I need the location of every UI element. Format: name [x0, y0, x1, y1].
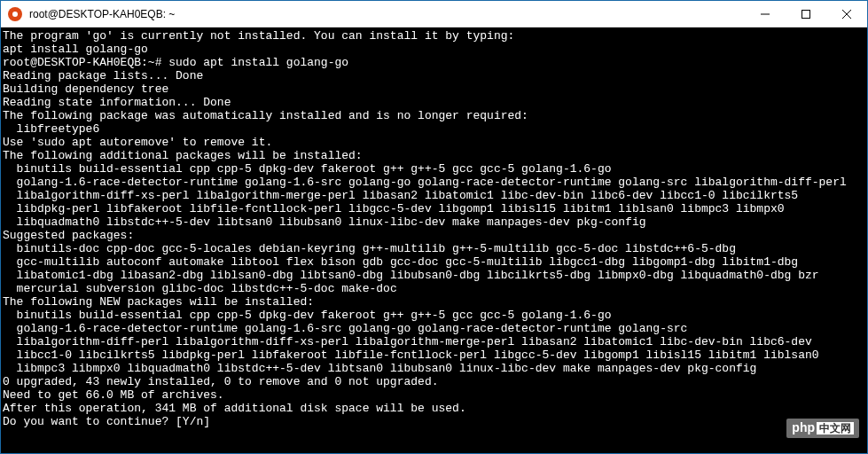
- window-title: root@DESKTOP-KAH0EQB: ~: [29, 8, 745, 20]
- maximize-icon: [802, 10, 810, 19]
- terminal-line: binutils build-essential cpp cpp-5 dpkg-…: [3, 162, 865, 176]
- terminal-line: golang-1.6-race-detector-runtime golang-…: [3, 176, 865, 189]
- terminal-line: mercurial subversion glibc-doc libstdc++…: [3, 282, 865, 295]
- terminal-line: Do you want to continue? [Y/n]: [3, 415, 865, 428]
- terminal-line: libalgorithm-diff-xs-perl libalgorithm-m…: [3, 189, 865, 202]
- terminal-line: After this operation, 341 MB of addition…: [3, 402, 865, 415]
- ubuntu-icon: [8, 7, 22, 21]
- terminal-line: libatomic1-dbg libasan2-dbg liblsan0-dbg…: [3, 269, 865, 282]
- terminal-line: gcc-multilib autoconf automake libtool f…: [3, 255, 865, 269]
- window-controls: [745, 1, 867, 27]
- terminal-line: Reading state information... Done: [3, 96, 865, 109]
- terminal-line: The following NEW packages will be insta…: [3, 295, 865, 309]
- minimize-button[interactable]: [745, 1, 786, 27]
- terminal-line: libmpc3 libmpx0 libquadmath0 libstdc++-5…: [3, 362, 865, 375]
- terminal-line: libalgorithm-diff-perl libalgorithm-diff…: [3, 335, 865, 348]
- close-icon: [842, 10, 851, 19]
- watermark: php中文网: [786, 419, 859, 438]
- terminal-line: root@DESKTOP-KAH0EQB:~# sudo apt install…: [3, 56, 865, 69]
- watermark-cn: 中文网: [817, 422, 854, 434]
- titlebar: root@DESKTOP-KAH0EQB: ~: [1, 1, 867, 27]
- watermark-php: php: [792, 420, 815, 434]
- terminal-line: libquadmath0 libstdc++-5-dev libtsan0 li…: [3, 215, 865, 229]
- terminal-output[interactable]: The program 'go' is currently not instal…: [1, 27, 867, 453]
- terminal-window: root@DESKTOP-KAH0EQB: ~ The program 'go'…: [0, 0, 868, 454]
- terminal-line: libcc1-0 libcilkrts5 libdpkg-perl libfak…: [3, 348, 865, 362]
- minimize-icon: [761, 10, 770, 19]
- terminal-line: golang-1.6-race-detector-runtime golang-…: [3, 322, 865, 335]
- maximize-button[interactable]: [786, 1, 826, 27]
- terminal-line: binutils-doc cpp-doc gcc-5-locales debia…: [3, 242, 865, 255]
- terminal-line: libdpkg-perl libfakeroot libfile-fcntllo…: [3, 202, 865, 215]
- terminal-line: Suggested packages:: [3, 229, 865, 242]
- terminal-line: The following additional packages will b…: [3, 149, 865, 162]
- terminal-line: The program 'go' is currently not instal…: [3, 29, 865, 43]
- terminal-line: 0 upgraded, 43 newly installed, 0 to rem…: [3, 375, 865, 388]
- svg-rect-1: [802, 10, 810, 18]
- terminal-line: The following package was automatically …: [3, 109, 865, 122]
- terminal-line: Building dependency tree: [3, 82, 865, 96]
- terminal-line: Use 'sudo apt autoremove' to remove it.: [3, 136, 865, 149]
- terminal-line: binutils build-essential cpp cpp-5 dpkg-…: [3, 309, 865, 322]
- terminal-line: apt install golang-go: [3, 43, 865, 56]
- close-button[interactable]: [826, 1, 867, 27]
- terminal-line: Need to get 66.0 MB of archives.: [3, 388, 865, 402]
- terminal-line: libfreetype6: [3, 122, 865, 136]
- terminal-line: Reading package lists... Done: [3, 69, 865, 82]
